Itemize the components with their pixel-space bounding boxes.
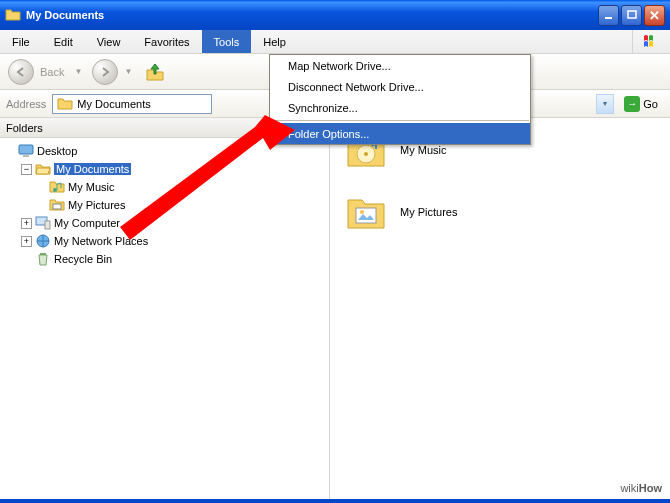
menu-map-drive[interactable]: Map Network Drive... (270, 55, 530, 76)
expand-icon[interactable]: + (21, 218, 32, 229)
up-button[interactable] (142, 59, 168, 85)
go-arrow-icon: → (624, 96, 640, 112)
svg-rect-5 (53, 204, 61, 209)
menu-help[interactable]: Help (251, 30, 298, 53)
address-value: My Documents (77, 98, 150, 110)
watermark: wikiHow (620, 476, 662, 497)
titlebar: My Documents ✕ (0, 0, 670, 30)
svg-rect-12 (356, 208, 376, 223)
svg-rect-2 (19, 145, 33, 154)
go-label: Go (643, 98, 658, 110)
folders-panel: Folders Desktop − My Documents My Music (0, 118, 330, 499)
window-bottom-border (0, 499, 670, 503)
window-title: My Documents (26, 9, 596, 21)
back-dropdown-icon[interactable]: ▼ (74, 67, 86, 76)
folder-icon (57, 96, 73, 112)
address-field[interactable]: My Documents (52, 94, 212, 114)
svg-point-11 (364, 152, 368, 156)
go-button[interactable]: → Go (618, 94, 664, 114)
recycle-bin-icon (35, 251, 51, 267)
close-button[interactable]: ✕ (644, 5, 665, 26)
folder-open-icon (35, 161, 51, 177)
tree-recycle[interactable]: Recycle Bin (4, 250, 325, 268)
back-label: Back (40, 66, 64, 78)
content-area: Folders Desktop − My Documents My Music (0, 118, 670, 499)
network-icon (35, 233, 51, 249)
menu-view[interactable]: View (85, 30, 133, 53)
svg-rect-0 (605, 17, 612, 19)
forward-dropdown-icon[interactable]: ▼ (124, 67, 136, 76)
music-folder-icon (49, 179, 65, 195)
collapse-icon[interactable]: − (21, 164, 32, 175)
expand-icon[interactable]: + (21, 236, 32, 247)
file-label: My Pictures (400, 206, 457, 218)
menu-edit[interactable]: Edit (42, 30, 85, 53)
pictures-folder-icon (344, 190, 388, 234)
desktop-icon (18, 143, 34, 159)
menu-file[interactable]: File (0, 30, 42, 53)
menu-synchronize[interactable]: Synchronize... (270, 97, 530, 118)
pictures-folder-icon (49, 197, 65, 213)
folder-tree: Desktop − My Documents My Music My Pictu… (0, 138, 329, 272)
svg-rect-3 (23, 155, 29, 157)
menu-tools[interactable]: Tools (202, 30, 252, 53)
svg-rect-9 (40, 253, 46, 255)
menu-favorites[interactable]: Favorites (132, 30, 201, 53)
address-label: Address (6, 98, 46, 110)
svg-rect-1 (628, 11, 636, 18)
file-label: My Music (400, 144, 446, 156)
folder-icon (5, 7, 21, 23)
tree-mycomp[interactable]: + My Computer (4, 214, 325, 232)
menubar: File Edit View Favorites Tools Help (0, 30, 670, 54)
menu-separator (271, 120, 529, 121)
file-mypics[interactable]: My Pictures (344, 190, 656, 234)
menu-folder-options[interactable]: Folder Options... (270, 123, 530, 144)
files-view: My Music My Pictures (330, 118, 670, 499)
tree-mymusic[interactable]: My Music (4, 178, 325, 196)
address-dropdown-icon[interactable]: ▾ (596, 94, 614, 114)
tree-netplaces[interactable]: + My Network Places (4, 232, 325, 250)
svg-rect-7 (45, 221, 50, 229)
svg-point-13 (360, 210, 364, 214)
forward-button[interactable] (92, 59, 118, 85)
computer-icon (35, 215, 51, 231)
tree-mydocs[interactable]: − My Documents (4, 160, 325, 178)
tools-dropdown: Map Network Drive... Disconnect Network … (269, 54, 531, 145)
tree-mypics[interactable]: My Pictures (4, 196, 325, 214)
maximize-button[interactable] (621, 5, 642, 26)
minimize-button[interactable] (598, 5, 619, 26)
windows-flag-icon (632, 30, 670, 54)
back-button[interactable] (8, 59, 34, 85)
svg-point-4 (53, 188, 57, 192)
menu-disconnect-drive[interactable]: Disconnect Network Drive... (270, 76, 530, 97)
